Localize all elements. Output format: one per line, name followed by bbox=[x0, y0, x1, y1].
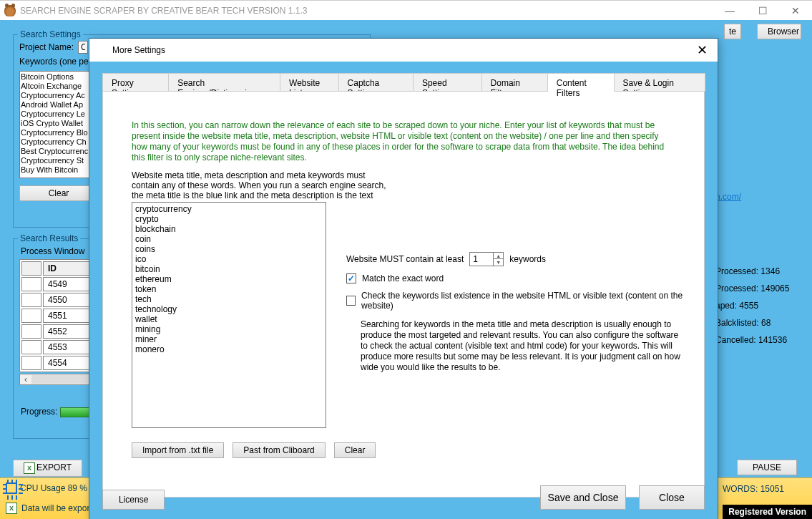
words-count: WORDS: 15051 bbox=[723, 484, 784, 494]
window-titlebar: SEARCH ENGINE SCRAPER BY CREATIVE BEAR T… bbox=[0, 0, 812, 20]
main-clear-button[interactable]: Clear bbox=[19, 185, 98, 201]
keyword-item[interactable]: Altcoin Exchange bbox=[21, 82, 97, 91]
keyword-count-stepper[interactable]: ▲▼ bbox=[469, 252, 504, 266]
window-title: SEARCH ENGINE SCRAPER BY CREATIVE BEAR T… bbox=[20, 6, 307, 16]
stepper-down-icon[interactable]: ▼ bbox=[494, 259, 503, 266]
window-maximize-button[interactable]: ☐ bbox=[746, 1, 779, 21]
filter-keywords-textarea[interactable] bbox=[132, 202, 326, 428]
te-button[interactable]: te bbox=[724, 24, 741, 39]
match-exact-checkbox[interactable]: ✓ bbox=[346, 273, 356, 283]
settings-tabs: Proxy SettingsSearch Engines/Dictionarie… bbox=[102, 73, 705, 92]
stat-scraped: aped: 4555 bbox=[715, 301, 808, 311]
id-table[interactable]: ID 454945504551455245534554 bbox=[19, 259, 98, 372]
app-icon bbox=[4, 5, 16, 16]
stat-processed-a: Processed: 1346 bbox=[715, 266, 808, 276]
table-row[interactable]: 4551 bbox=[21, 309, 96, 323]
tab-proxy-settings[interactable]: Proxy Settings bbox=[102, 73, 169, 92]
tab-save-login-settings[interactable]: Save & Login Settings bbox=[614, 73, 706, 92]
stat-cancelled: Cancelled: 141536 bbox=[715, 335, 808, 345]
content-filters-panel: In this section, you can narrow down the… bbox=[102, 91, 705, 498]
help-paragraph: Searching for keywords in the meta title… bbox=[361, 319, 683, 373]
table-row[interactable]: 4549 bbox=[21, 277, 96, 291]
progress-label: Progress: bbox=[21, 407, 57, 417]
window-minimize-button[interactable]: — bbox=[713, 1, 746, 21]
url-link[interactable]: h.com/ bbox=[715, 192, 741, 202]
keyword-item[interactable]: Bitcoin Options bbox=[21, 72, 97, 82]
id-header: ID bbox=[43, 261, 96, 276]
table-row[interactable]: 4552 bbox=[21, 324, 96, 339]
close-button[interactable]: Close bbox=[639, 485, 705, 510]
license-button[interactable]: License bbox=[102, 490, 165, 510]
keyword-item[interactable]: Cryptocurrency St bbox=[21, 156, 97, 165]
right-stats: h.com/ Processed: 1346 Processed: 149065… bbox=[715, 63, 808, 352]
section-description: In this section, you can narrow down the… bbox=[132, 120, 675, 163]
clear-keywords-button[interactable]: Clear bbox=[334, 442, 376, 458]
main-area: te Browser Search Settings Project Name:… bbox=[0, 20, 812, 519]
keyword-item[interactable]: Cryptocurrency Blo bbox=[21, 128, 97, 137]
table-row[interactable]: 4550 bbox=[21, 293, 96, 307]
project-name-input[interactable] bbox=[78, 41, 88, 54]
keyword-item[interactable]: Best Cryptocurrenc bbox=[21, 147, 97, 156]
table-row[interactable]: 4553 bbox=[21, 340, 96, 354]
pause-button[interactable]: PAUSE bbox=[737, 460, 797, 475]
stat-processed-b: Processed: 149065 bbox=[715, 283, 808, 294]
keyword-item[interactable]: iOS Crypto Wallet bbox=[21, 119, 97, 128]
tab-captcha-settings[interactable]: Captcha Settings bbox=[338, 73, 414, 92]
cpu-icon bbox=[6, 482, 17, 494]
paste-clipboard-button[interactable]: Past from Cliboard bbox=[233, 442, 325, 458]
excel-icon: X bbox=[6, 503, 17, 514]
stepper-up-icon[interactable]: ▲ bbox=[494, 253, 503, 259]
registered-badge: Registered Version bbox=[723, 505, 812, 519]
table-row[interactable]: 4554 bbox=[21, 356, 96, 370]
tab-domain-filters[interactable]: Domain Filters bbox=[481, 73, 548, 92]
check-html-checkbox[interactable] bbox=[346, 296, 356, 306]
tab-content-filters[interactable]: Content Filters bbox=[547, 73, 615, 92]
app-icon bbox=[95, 44, 107, 56]
tab-website-list[interactable]: Website List bbox=[280, 73, 339, 92]
search-results-legend: Search Results bbox=[18, 233, 80, 243]
tab-search-engines-dictionaries[interactable]: Search Engines/Dictionaries bbox=[168, 73, 280, 92]
cpu-usage: CPU Usage 89 % bbox=[20, 483, 87, 493]
stat-blacklisted: Balcklisted: 68 bbox=[715, 318, 808, 328]
import-txt-button[interactable]: Import from .txt file bbox=[132, 442, 224, 458]
match-exact-label: Match the exact word bbox=[362, 273, 444, 283]
excel-icon: X bbox=[24, 462, 35, 474]
dialog-close-icon[interactable]: ✕ bbox=[693, 42, 712, 58]
scroll-left-icon[interactable]: ‹ bbox=[20, 374, 31, 384]
dialog-title: More Settings bbox=[112, 45, 165, 55]
save-and-close-button[interactable]: Save and Close bbox=[540, 485, 626, 510]
keyword-item[interactable]: Buy With Bitcoin bbox=[21, 165, 97, 175]
keywords-label: Keywords (one pe bbox=[19, 57, 89, 67]
export-button[interactable]: XEXPORT bbox=[13, 460, 82, 477]
keyword-item[interactable]: Cryptocurrency Le bbox=[21, 110, 97, 119]
tab-speed-settings[interactable]: Speed Settings bbox=[413, 73, 482, 92]
browser-button[interactable]: Browser bbox=[757, 24, 801, 39]
search-settings-legend: Search Settings bbox=[18, 29, 83, 39]
check-html-label: Check the keywords list existence in the… bbox=[361, 291, 690, 311]
keyword-item[interactable]: Android Wallet Ap bbox=[21, 100, 97, 110]
project-name-label: Project Name: bbox=[19, 42, 74, 52]
window-close-button[interactable]: ✕ bbox=[779, 1, 812, 21]
dialog-header[interactable]: More Settings ✕ bbox=[89, 39, 718, 62]
must-contain-label: Website MUST contain at least bbox=[346, 254, 464, 264]
more-settings-dialog: More Settings ✕ Proxy SettingsSearch Eng… bbox=[89, 38, 718, 519]
keyword-item[interactable]: Cryptocurrency Ac bbox=[21, 91, 97, 100]
main-keywords-list[interactable]: Bitcoin OptionsAltcoin ExchangeCryptocur… bbox=[19, 71, 98, 178]
table-hscroll[interactable]: ‹ bbox=[19, 374, 98, 385]
keyword-item[interactable]: Cryptocurrency Ch bbox=[21, 137, 97, 147]
keywords-suffix: keywords bbox=[509, 254, 546, 264]
keyword-count-input[interactable] bbox=[470, 254, 493, 264]
